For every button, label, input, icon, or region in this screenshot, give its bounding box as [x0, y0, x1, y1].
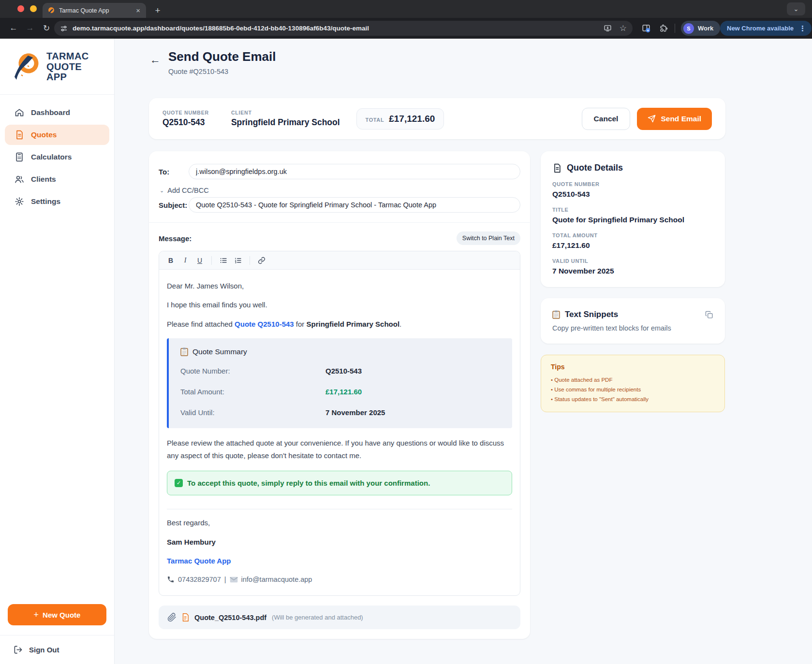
tip-item: Quote attached as PDF	[551, 375, 715, 385]
chevron-down-icon: ⌄	[160, 188, 164, 194]
contact-line: 07432829707 | info@tarmacquote.app	[167, 574, 512, 585]
new-quote-button[interactable]: + New Quote	[8, 604, 106, 625]
message-label: Message:	[159, 234, 192, 243]
browser-window: Tarmac Quote App × + ⌄ ← → ↻ demo.tarmac…	[0, 0, 812, 664]
quote-details-panel: Quote Details QUOTE NUMBER Q2510-543 TIT…	[541, 151, 725, 287]
sidebar-item-label: Clients	[31, 175, 56, 184]
subject-label: Subject:	[159, 201, 189, 209]
contact-email[interactable]: info@tarmacquote.app	[241, 574, 312, 585]
back-arrow-icon[interactable]: ←	[149, 54, 162, 66]
detail-field: TITLE Quote for Springfield Primary Scho…	[552, 207, 713, 224]
minimize-window-button[interactable]	[30, 5, 37, 12]
new-tab-button[interactable]: +	[151, 4, 164, 17]
italic-button[interactable]: I	[178, 254, 192, 267]
tips-panel: Tips Quote attached as PDF Use commas fo…	[541, 355, 725, 412]
sidebar-item-label: Settings	[31, 197, 60, 206]
tips-title: Tips	[551, 363, 715, 371]
tab-title: Tarmac Quote App	[59, 7, 131, 14]
detail-field: TOTAL AMOUNT £17,121.60	[552, 232, 713, 250]
greeting-line: Dear Mr. James Wilson,	[167, 280, 512, 291]
page-title: Send Quote Email	[168, 49, 276, 64]
browser-tab[interactable]: Tarmac Quote App ×	[43, 3, 146, 18]
add-cc-bcc-toggle[interactable]: ⌄ Add CC/BCC	[160, 187, 520, 194]
closing-line: Best regards,	[167, 517, 512, 528]
phone-number[interactable]: 07432829707	[178, 574, 221, 585]
chrome-update-label: New Chrome available	[727, 25, 794, 32]
link-button[interactable]	[255, 254, 268, 267]
text-snippets-title: Text Snippets	[552, 310, 713, 319]
profile-label: Work	[698, 25, 713, 32]
total-label: TOTAL	[366, 117, 384, 123]
extensions-icon[interactable]	[657, 21, 670, 35]
send-email-label: Send Email	[661, 115, 701, 123]
sidebar-item-label: Calculators	[31, 153, 72, 161]
pdf-file-icon	[182, 613, 189, 621]
main-content: ← Send Quote Email Quote #Q2510-543 QUOT…	[115, 39, 812, 664]
sidebar-item-quotes[interactable]: Quotes	[5, 125, 109, 145]
total-pill: TOTAL £17,121.60	[356, 108, 444, 130]
client-value: Springfield Primary School	[231, 117, 340, 128]
client-label: CLIENT	[231, 110, 340, 115]
switch-plain-text-button[interactable]: Switch to Plain Text	[457, 231, 520, 245]
sign-out-icon	[14, 645, 23, 654]
browser-menu-icon[interactable]: ⋮	[797, 24, 808, 33]
install-app-icon[interactable]	[604, 24, 612, 32]
quote-info-bar: QUOTE NUMBER Q2510-543 CLIENT Springfiel…	[149, 98, 725, 139]
rich-text-editor: B I U	[159, 251, 520, 596]
underline-button[interactable]: U	[193, 254, 207, 267]
gear-icon	[15, 197, 24, 206]
sign-out-button[interactable]: Sign Out	[0, 635, 114, 664]
clipboard-icon	[180, 347, 188, 356]
check-icon: ✓	[175, 479, 183, 487]
subject-input[interactable]	[189, 197, 520, 213]
quote-number-value: Q2510-543	[162, 117, 209, 128]
editor-toolbar: B I U	[159, 251, 520, 270]
tab-close-icon[interactable]: ×	[135, 6, 141, 14]
accept-note-text: To accept this quote, simply reply to th…	[187, 477, 430, 489]
sidebar-item-dashboard[interactable]: Dashboard	[5, 102, 109, 123]
bookmark-star-icon[interactable]: ☆	[620, 23, 627, 33]
side-panel-icon[interactable]: ★	[639, 21, 653, 35]
close-window-button[interactable]	[17, 5, 24, 12]
forward-icon[interactable]: →	[23, 21, 37, 35]
document-icon	[15, 130, 24, 140]
right-sidebar: Quote Details QUOTE NUMBER Q2510-543 TIT…	[541, 151, 725, 412]
page-header: ← Send Quote Email Quote #Q2510-543	[149, 49, 276, 75]
sidebar-item-settings[interactable]: Settings	[5, 191, 109, 212]
sidebar-item-label: Quotes	[31, 130, 57, 139]
mail-icon	[230, 577, 238, 583]
sidebar-item-clients[interactable]: Clients	[5, 169, 109, 189]
quote-summary-title: Quote Summary	[180, 346, 501, 358]
back-icon[interactable]: ←	[7, 21, 20, 35]
sign-out-label: Sign Out	[29, 646, 59, 654]
compose-divider	[149, 222, 530, 223]
chrome-update-button[interactable]: New Chrome available ⋮	[720, 21, 812, 36]
url-text[interactable]: demo.tarmacquote.app/dashboard/quotes/18…	[73, 25, 599, 32]
cancel-button[interactable]: Cancel	[582, 108, 631, 130]
bullet-list-button[interactable]	[217, 254, 230, 267]
summary-row-label: Quote Number:	[180, 361, 325, 381]
site-info-icon[interactable]	[60, 25, 68, 32]
copy-icon[interactable]	[705, 311, 713, 321]
to-input[interactable]	[189, 164, 520, 179]
tip-item: Use commas for multiple recipients	[551, 385, 715, 394]
sidebar-item-calculators[interactable]: Calculators	[5, 147, 109, 167]
numbered-list-button[interactable]	[231, 254, 245, 267]
profile-chip[interactable]: S Work	[681, 21, 720, 36]
toolbar-divider	[675, 24, 675, 33]
send-email-button[interactable]: Send Email	[637, 108, 712, 130]
tarmac-logo-icon	[15, 53, 41, 81]
document-icon	[552, 163, 562, 173]
bold-button[interactable]: B	[164, 254, 177, 267]
app-logo[interactable]: TARMAC QUOTE APP	[0, 39, 114, 95]
attachment-row[interactable]: Quote_Q2510-543.pdf (Will be generated a…	[159, 606, 520, 629]
quote-link[interactable]: Quote Q2510-543	[235, 320, 294, 328]
refresh-icon[interactable]: ↻	[40, 21, 53, 35]
tab-search-chevron-button[interactable]: ⌄	[787, 2, 805, 15]
email-body[interactable]: Dear Mr. James Wilson, I hope this email…	[159, 270, 520, 595]
new-quote-label: New Quote	[43, 611, 80, 619]
page-subtitle: Quote #Q2510-543	[168, 68, 276, 75]
company-link[interactable]: Tarmac Quote App	[167, 555, 512, 566]
sender-name: Sam Hembury	[167, 536, 512, 548]
address-bar[interactable]: demo.tarmacquote.app/dashboard/quotes/18…	[54, 21, 633, 36]
